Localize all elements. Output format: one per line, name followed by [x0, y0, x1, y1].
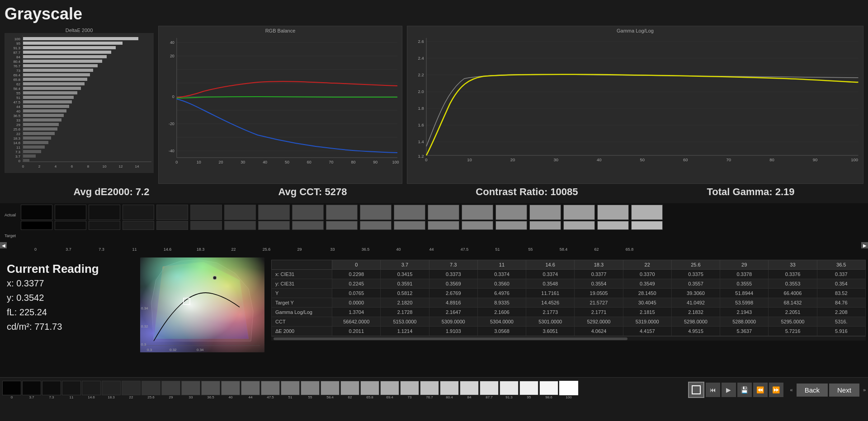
chromaticity-diagram: 0.3 0.32 0.34 0.3 0.32 0.34	[140, 257, 264, 352]
data-cell: 21.5727	[575, 298, 623, 308]
target-label: Target	[5, 234, 19, 238]
data-cell: 2.1815	[623, 308, 671, 317]
swatch-col[interactable]	[359, 205, 392, 246]
svg-text:4: 4	[55, 164, 57, 168]
swatch-col[interactable]	[257, 205, 290, 246]
bottom-swatch-col[interactable]: 25.6	[142, 381, 160, 399]
bottom-swatch	[500, 381, 519, 395]
swatch-col[interactable]	[291, 205, 324, 246]
bottom-swatch-col[interactable]: 11	[62, 381, 81, 399]
top-charts-area: Grayscale DeltaE 2000 100 95 91.3	[0, 0, 868, 181]
bottom-swatch-col[interactable]: 22	[122, 381, 141, 399]
swatch-col[interactable]	[189, 205, 222, 246]
bottom-swatch-col[interactable]: 73	[400, 381, 419, 399]
scroll-right-button[interactable]: ▶	[861, 242, 868, 248]
bottom-swatch-col[interactable]: 3.7	[22, 381, 41, 399]
swatch-x-label: 65.8	[613, 247, 646, 252]
svg-rect-42	[23, 123, 59, 126]
row-label-cell: Y	[272, 289, 332, 298]
forward-icon-button[interactable]: ⏩	[769, 383, 783, 397]
square-icon-button[interactable]	[688, 382, 704, 398]
bottom-swatch-col[interactable]: 14.6	[82, 381, 101, 399]
bottom-swatch	[161, 381, 180, 395]
bottom-swatch	[2, 381, 21, 395]
svg-rect-8	[23, 46, 116, 49]
bottom-swatch-col[interactable]: 76.7	[420, 381, 439, 399]
svg-rect-38	[23, 114, 64, 117]
svg-text:2.4: 2.4	[418, 56, 424, 61]
svg-text:40: 40	[597, 158, 602, 162]
scroll-left-button[interactable]: ◀	[0, 242, 7, 248]
swatch-col[interactable]	[562, 205, 595, 246]
swatch-col[interactable]	[495, 205, 528, 246]
swatch-col[interactable]	[156, 205, 189, 246]
svg-text:14: 14	[135, 164, 139, 168]
data-cell: 0.5812	[381, 289, 429, 298]
swatch-actual	[360, 205, 392, 220]
col-header-25.6: 25.6	[671, 260, 720, 270]
bottom-swatch-label: 100	[566, 395, 571, 399]
bottom-swatch	[122, 381, 141, 395]
bottom-swatch-col[interactable]: 18.3	[102, 381, 121, 399]
swatch-col[interactable]	[223, 205, 256, 246]
table-scrollbar[interactable]	[271, 336, 866, 341]
swatch-col[interactable]	[528, 205, 561, 246]
bottom-swatch-col[interactable]: 98.6	[539, 381, 558, 399]
swatch-x-label: 44	[415, 247, 448, 252]
swatch-col[interactable]	[122, 205, 155, 246]
swatch-col[interactable]	[20, 205, 53, 246]
swatch-col[interactable]	[88, 205, 121, 246]
bottom-swatch-col[interactable]: 62	[340, 381, 359, 399]
bottom-swatch-col[interactable]: 29	[161, 381, 180, 399]
bottom-swatch-col[interactable]: 33	[181, 381, 200, 399]
swatch-col[interactable]	[54, 205, 87, 246]
bottom-swatch-col[interactable]: 80.4	[440, 381, 459, 399]
swatch-col[interactable]	[461, 205, 494, 246]
bottom-swatch-col[interactable]: 100	[559, 381, 578, 399]
svg-text:55: 55	[16, 91, 20, 95]
svg-text:20: 20	[219, 160, 223, 164]
svg-text:100: 100	[14, 37, 21, 41]
bottom-swatch-col[interactable]: 84	[460, 381, 479, 399]
stop-button[interactable]: ⏮	[706, 383, 720, 397]
data-cell: 0.0765	[332, 289, 381, 298]
bottom-swatch-col[interactable]: 7.3	[42, 381, 61, 399]
data-cell: 3.0568	[477, 327, 526, 336]
back-icon-button[interactable]: ⏪	[753, 383, 768, 397]
svg-text:70: 70	[726, 158, 731, 162]
actual-label: Actual	[5, 213, 19, 217]
bottom-swatch-label: 3.7	[29, 395, 34, 399]
bottom-swatch-col[interactable]: 87.7	[480, 381, 499, 399]
play-button[interactable]: ▶	[722, 383, 736, 397]
swatch-col[interactable]	[630, 205, 663, 246]
save-button[interactable]: 💾	[737, 383, 752, 397]
swatch-x-label: 36.5	[349, 247, 382, 252]
bottom-swatch-col[interactable]: 55	[301, 381, 320, 399]
bottom-swatch-col[interactable]: 69.4	[380, 381, 399, 399]
svg-text:90: 90	[813, 158, 818, 162]
bottom-swatch-col[interactable]: 0	[2, 381, 21, 399]
bottom-swatch-col[interactable]: 95	[519, 381, 538, 399]
data-cell: 0.3557	[671, 279, 720, 289]
swatch-col[interactable]	[596, 205, 629, 246]
swatch-col[interactable]	[393, 205, 426, 246]
back-button[interactable]: Back	[797, 384, 828, 397]
svg-rect-20	[23, 73, 90, 76]
svg-text:2.2: 2.2	[418, 73, 424, 77]
swatch-col[interactable]	[427, 205, 460, 246]
swatch-col[interactable]	[325, 205, 358, 246]
svg-rect-52	[23, 145, 45, 149]
data-cell: 30.4045	[623, 298, 671, 308]
bottom-swatch-col[interactable]: 47.5	[261, 381, 280, 399]
data-table-panel: 0 3.7 7.3 11 14.6 18.3 22 25.6 29 33 36.…	[271, 257, 868, 377]
bottom-swatch-col[interactable]: 36.5	[201, 381, 220, 399]
rgb-chart-title: RGB Balance	[159, 26, 402, 33]
next-button[interactable]: Next	[829, 384, 859, 397]
svg-text:51: 51	[16, 96, 20, 100]
bottom-swatch-col[interactable]: 58.4	[321, 381, 340, 399]
bottom-swatch-col[interactable]: 51	[281, 381, 300, 399]
bottom-swatch-col[interactable]: 40	[221, 381, 240, 399]
bottom-swatch-col[interactable]: 65.8	[360, 381, 379, 399]
bottom-swatch-col[interactable]: 44	[241, 381, 260, 399]
bottom-swatch-col[interactable]: 91.3	[500, 381, 519, 399]
